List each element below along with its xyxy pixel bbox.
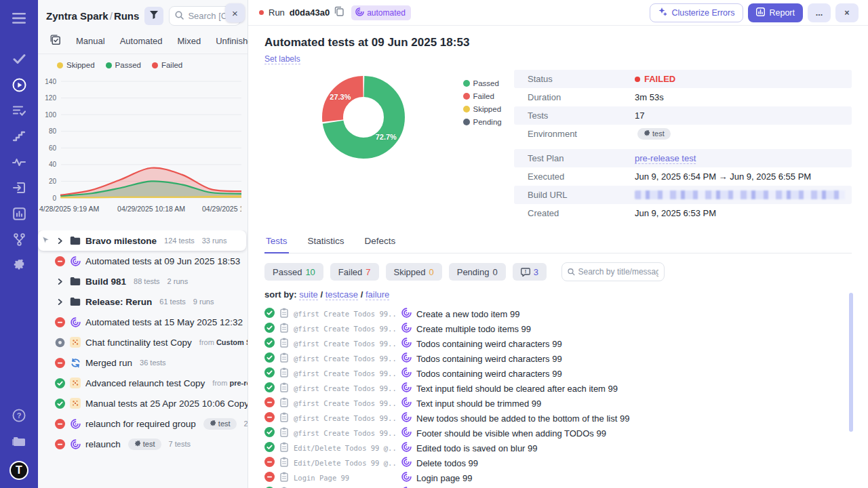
test-title: Create a new todo item 99 [416, 309, 519, 319]
run-info-table: StatusFAILEDDuration3m 53sTests17Environ… [514, 70, 852, 222]
help-icon[interactable]: ? [5, 403, 33, 428]
branches-icon[interactable] [5, 226, 33, 252]
run-title: Build 981 [85, 277, 126, 287]
run-list-item[interactable]: Chat functinality test Copyfrom Custom S… [38, 332, 248, 352]
set-labels-link[interactable]: Set labels [264, 54, 300, 64]
test-row[interactable]: @first Create Todos 99...Create multiple… [264, 321, 852, 336]
svg-text:04/29/2025 10:18 AM: 04/29/2025 10:18 AM [117, 205, 185, 213]
sort-by-testcase[interactable]: testcase [326, 289, 358, 300]
svg-text:100: 100 [45, 111, 56, 119]
sort-by-failure[interactable]: failure [366, 289, 389, 300]
test-row[interactable]: @first Create Todos 99...Text input shou… [264, 396, 852, 411]
run-list-item[interactable]: relaunchtest7 tests [38, 434, 248, 454]
info-value[interactable]: pre-release test [635, 153, 696, 164]
tab-mixed[interactable]: Mixed [178, 36, 201, 46]
analytics-pulse-icon[interactable] [5, 149, 33, 175]
test-title: Text input should be trimmed 99 [416, 399, 541, 409]
testcase-clipboard-icon [279, 308, 289, 321]
runs-play-icon[interactable] [5, 72, 33, 98]
tests-search[interactable] [561, 262, 665, 281]
app-logo[interactable]: T [9, 461, 28, 480]
test-row[interactable]: @first Create Todos 99...Create a new to… [264, 306, 852, 321]
import-icon[interactable] [5, 175, 33, 201]
run-list-item[interactable]: Automated tests at 09 Jun 2025 18:53from… [38, 251, 248, 271]
sort-by-suite[interactable]: suite [299, 289, 317, 300]
run-title: Bravo milestone [85, 236, 157, 246]
run-meta: 33 runs [202, 237, 227, 245]
select-runs-icon[interactable] [50, 35, 61, 47]
run-title: Manual tests at 25 Apr 2025 10:06 Copy [85, 399, 248, 409]
test-row[interactable]: @first Create Todos 99...New todos shoul… [264, 411, 852, 426]
run-title: relaunch [85, 439, 121, 449]
test-title: Create multiple todo items 99 [416, 324, 531, 334]
info-row-build-url: Build URL [514, 186, 852, 204]
run-list-item[interactable]: Automated tests at 15 May 2025 12:32from… [38, 312, 248, 332]
failed-filter-chip[interactable]: Failed 7 [330, 263, 379, 281]
tests-check-icon[interactable] [5, 46, 33, 72]
donut-legend-skipped[interactable]: Skipped [463, 105, 512, 113]
run-list-item[interactable]: Merged run36 tests [38, 352, 248, 373]
run-from-plan: from pre-release test [212, 379, 248, 387]
comments-filter-chip[interactable]: ! 3 [513, 263, 547, 281]
donut-legend-failed[interactable]: Failed [463, 92, 512, 100]
settings-gear-icon[interactable] [5, 252, 33, 278]
svg-text:20: 20 [49, 178, 57, 185]
tab-tests[interactable]: Tests [264, 236, 289, 253]
milestones-steps-icon[interactable] [5, 123, 33, 149]
report-button[interactable]: Report [748, 3, 803, 22]
svg-text:4/28/2025 9:19 AM: 4/28/2025 9:19 AM [39, 205, 99, 213]
test-row[interactable]: @first Create Todos 99...Todos containin… [264, 336, 852, 351]
run-overview: 27.3%72.7% PassedFailedSkippedPending St… [264, 70, 852, 222]
test-row[interactable]: Mark as completed/not ...Mark todos as c… [264, 485, 852, 488]
tab-statistics[interactable]: Statistics [307, 236, 346, 253]
test-row[interactable]: @first Create Todos 99...Todos containin… [264, 366, 852, 381]
tests-search-input[interactable] [578, 267, 658, 277]
copy-run-id-icon[interactable] [334, 6, 344, 19]
run-list-item[interactable]: relaunch for required grouptest2 tests [38, 413, 248, 434]
testcase-clipboard-icon [279, 382, 289, 395]
pending-filter-chip[interactable]: Pending 0 [449, 263, 506, 281]
tests-scrollbar[interactable] [849, 293, 853, 432]
test-row[interactable]: Login Page 99Login page 99 [264, 470, 852, 485]
reports-chart-icon[interactable] [5, 201, 33, 226]
test-row[interactable]: @first Create Todos 99...Text input fiel… [264, 381, 852, 396]
plans-list-icon[interactable] [5, 98, 33, 123]
search-icon [175, 10, 184, 22]
run-list-item[interactable]: Build 98188 tests2 runs [38, 271, 248, 291]
trend-legend-passed[interactable]: Passed [106, 61, 141, 69]
test-row[interactable]: @first Create Todos 99...Todos containin… [264, 351, 852, 366]
trend-legend-skipped[interactable]: Skipped [57, 61, 95, 69]
tab-defects[interactable]: Defects [363, 236, 397, 253]
automated-test-icon [401, 323, 412, 336]
folder-icon [70, 235, 81, 246]
testcase-clipboard-icon [279, 442, 289, 455]
info-value: 3m 53s [635, 92, 664, 102]
skipped-filter-chip[interactable]: Skipped 0 [386, 263, 442, 281]
menu-icon[interactable] [5, 5, 33, 31]
tab-automated[interactable]: Automated [120, 36, 163, 46]
run-list-item[interactable]: Release: Rerun61 tests9 runs [38, 291, 248, 312]
donut-legend-pending[interactable]: Pending [463, 118, 512, 126]
project-name[interactable]: Zyntra Spark [46, 10, 108, 22]
cursor-pointer-icon [41, 235, 50, 247]
run-title: Chat functinality test Copy [85, 338, 192, 348]
run-list-item[interactable]: Bravo milestone124 tests33 runs [38, 230, 246, 251]
passed-filter-chip[interactable]: Passed 10 [264, 263, 323, 281]
projects-folder-icon[interactable] [5, 428, 33, 454]
run-meta: 36 tests [140, 359, 166, 367]
run-list-item[interactable]: Manual tests at 25 Apr 2025 10:06 Copyfr… [38, 393, 248, 413]
run-list-item[interactable]: Advanced relaunch test Copyfrom pre-rele… [38, 373, 248, 393]
clusterize-errors-button[interactable]: Clusterize Errors [650, 3, 743, 22]
test-row[interactable]: @first Create Todos 99...Footer should b… [264, 426, 852, 441]
close-run-button[interactable]: × [835, 3, 859, 22]
testcase-clipboard-icon [279, 457, 289, 470]
test-row[interactable]: Edit/Delete Todos 99 @...Delete todos 99 [264, 455, 852, 470]
donut-legend-passed[interactable]: Passed [463, 79, 512, 87]
more-actions-button[interactable]: ... [808, 3, 831, 22]
tab-manual[interactable]: Manual [76, 36, 105, 46]
trend-legend-failed[interactable]: Failed [152, 61, 182, 69]
panel-close-button[interactable]: × [225, 3, 245, 22]
filter-button[interactable] [144, 7, 163, 25]
test-row[interactable]: Edit/Delete Todos 99 @...Edited todo is … [264, 441, 852, 455]
info-label: Environment [528, 129, 635, 139]
